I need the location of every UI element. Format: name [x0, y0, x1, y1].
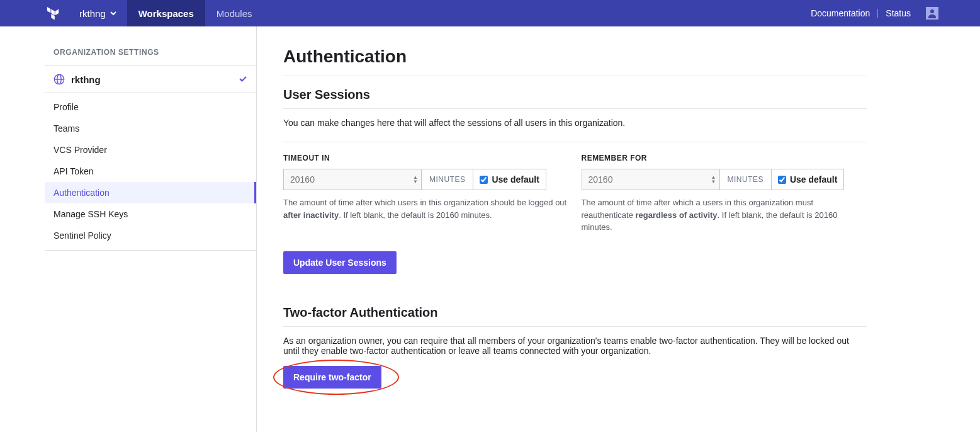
- sidebar-item-sentinel[interactable]: Sentinel Policy: [45, 225, 256, 246]
- sidebar-org-row[interactable]: rkthng: [45, 65, 256, 93]
- stepper-icon[interactable]: ▲▼: [711, 175, 716, 184]
- remember-use-default[interactable]: Use default: [772, 169, 844, 190]
- twofa-heading: Two-factor Authentication: [283, 305, 867, 327]
- main-content: Authentication User Sessions You can mak…: [257, 26, 980, 432]
- org-switcher[interactable]: rkthng: [69, 0, 127, 26]
- topbar: rkthng Workspaces Modules Documentation …: [0, 0, 980, 26]
- sessions-desc: You can make changes here that will affe…: [283, 118, 867, 142]
- chevron-down-icon: [110, 9, 117, 17]
- require-two-factor-button[interactable]: Require two-factor: [283, 366, 381, 389]
- sessions-form: TIMEOUT IN ▲▼ MINUTES Use default The am…: [283, 154, 867, 234]
- remember-input[interactable]: [582, 169, 720, 190]
- user-avatar-icon[interactable]: [926, 7, 938, 20]
- timeout-column: TIMEOUT IN ▲▼ MINUTES Use default The am…: [283, 154, 569, 234]
- divider: [877, 9, 878, 18]
- globe-icon: [54, 74, 65, 85]
- sidebar-item-authentication[interactable]: Authentication: [45, 182, 256, 203]
- sidebar-item-vcs[interactable]: VCS Provider: [45, 139, 256, 161]
- link-status[interactable]: Status: [879, 8, 917, 18]
- remember-use-default-checkbox[interactable]: [778, 176, 786, 184]
- remember-label: REMEMBER FOR: [582, 154, 867, 162]
- timeout-use-default[interactable]: Use default: [473, 169, 546, 190]
- nav-modules[interactable]: Modules: [205, 0, 264, 26]
- topbar-right: Documentation Status: [804, 0, 980, 26]
- highlight-annotation: Require two-factor: [283, 366, 381, 389]
- sidebar: ORGANIZATION SETTINGS rkthng Profile Tea…: [0, 26, 257, 432]
- remember-column: REMEMBER FOR ▲▼ MINUTES Use default The …: [582, 154, 867, 234]
- twofa-desc: As an organization owner, you can requir…: [283, 336, 867, 356]
- sidebar-item-profile[interactable]: Profile: [45, 93, 256, 118]
- timeout-input[interactable]: [283, 169, 422, 190]
- sidebar-title: ORGANIZATION SETTINGS: [45, 44, 256, 65]
- sidebar-org-name: rkthng: [71, 74, 101, 85]
- stepper-icon[interactable]: ▲▼: [413, 175, 418, 184]
- timeout-use-default-checkbox[interactable]: [480, 176, 488, 184]
- sidebar-item-ssh[interactable]: Manage SSH Keys: [45, 203, 256, 225]
- remember-unit: MINUTES: [720, 169, 772, 190]
- sessions-heading: User Sessions: [283, 88, 867, 109]
- page-title: Authentication: [283, 47, 867, 76]
- nav-workspaces[interactable]: Workspaces: [127, 0, 205, 26]
- sidebar-item-teams[interactable]: Teams: [45, 118, 256, 139]
- check-icon: [239, 74, 247, 85]
- update-sessions-button[interactable]: Update User Sessions: [283, 251, 397, 274]
- sidebar-nav: Profile Teams VCS Provider API Token Aut…: [45, 93, 256, 251]
- remember-help: The amount of time after which a users i…: [582, 196, 867, 234]
- terraform-logo-icon[interactable]: [38, 0, 69, 26]
- timeout-label: TIMEOUT IN: [283, 154, 569, 162]
- link-documentation[interactable]: Documentation: [804, 8, 876, 18]
- org-switcher-label: rkthng: [79, 8, 106, 19]
- timeout-unit: MINUTES: [422, 169, 473, 190]
- timeout-help: The amount of time after which users in …: [283, 196, 569, 221]
- sidebar-item-api-token[interactable]: API Token: [45, 161, 256, 182]
- svg-point-0: [930, 9, 934, 13]
